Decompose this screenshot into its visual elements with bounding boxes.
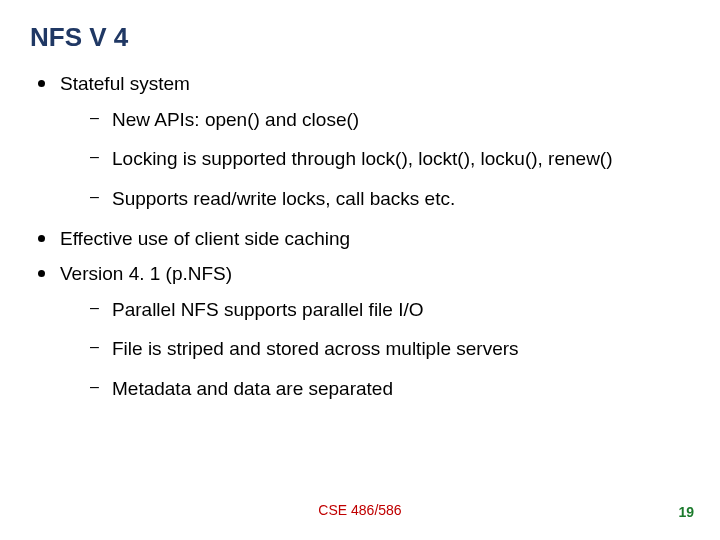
bullet-list: Stateful system New APIs: open() and clo… bbox=[38, 71, 692, 402]
sub-bullet-text: Supports read/write locks, call backs et… bbox=[112, 188, 455, 209]
bullet-text: Version 4. 1 (p.NFS) bbox=[60, 263, 232, 284]
sub-bullet-item: Parallel NFS supports parallel file I/O bbox=[90, 297, 692, 323]
sub-bullet-text: File is striped and stored across multip… bbox=[112, 338, 519, 359]
sub-bullet-item: New APIs: open() and close() bbox=[90, 107, 692, 133]
sub-bullet-item: Locking is supported through lock(), loc… bbox=[90, 146, 692, 172]
footer-course-code: CSE 486/586 bbox=[0, 502, 720, 518]
bullet-item: Effective use of client side caching bbox=[38, 226, 692, 252]
sub-bullet-item: File is striped and stored across multip… bbox=[90, 336, 692, 362]
sub-bullet-item: Supports read/write locks, call backs et… bbox=[90, 186, 692, 212]
bullet-item: Version 4. 1 (p.NFS) Parallel NFS suppor… bbox=[38, 261, 692, 402]
bullet-text: Effective use of client side caching bbox=[60, 228, 350, 249]
sub-bullet-list: New APIs: open() and close() Locking is … bbox=[90, 107, 692, 212]
sub-bullet-item: Metadata and data are separated bbox=[90, 376, 692, 402]
bullet-text: Stateful system bbox=[60, 73, 190, 94]
bullet-item: Stateful system New APIs: open() and clo… bbox=[38, 71, 692, 212]
sub-bullet-text: Parallel NFS supports parallel file I/O bbox=[112, 299, 424, 320]
sub-bullet-list: Parallel NFS supports parallel file I/O … bbox=[90, 297, 692, 402]
sub-bullet-text: Metadata and data are separated bbox=[112, 378, 393, 399]
page-number: 19 bbox=[678, 504, 694, 520]
slide: NFS V 4 Stateful system New APIs: open()… bbox=[0, 0, 720, 540]
sub-bullet-text: New APIs: open() and close() bbox=[112, 109, 359, 130]
sub-bullet-text: Locking is supported through lock(), loc… bbox=[112, 148, 613, 169]
slide-title: NFS V 4 bbox=[30, 22, 692, 53]
